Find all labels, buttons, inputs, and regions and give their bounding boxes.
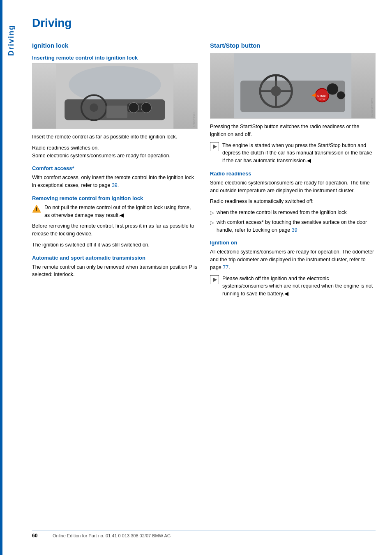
comfort-text: With comfort access, only insert the rem…: [32, 174, 198, 189]
play-icon-battery: [210, 275, 219, 284]
comfort-page-link[interactable]: 39: [112, 182, 118, 188]
subsection-comfort-title: Comfort access*: [32, 165, 198, 171]
page-number: 60: [32, 533, 44, 539]
subsection-removing-title: Removing remote control from ignition lo…: [32, 195, 198, 201]
left-column: Ignition lock Inserting remote control i…: [32, 42, 198, 518]
right-section-title: Start/Stop button: [210, 42, 376, 49]
side-tab: Driving: [2, 0, 20, 555]
svg-point-26: [337, 91, 345, 99]
inserting-text-2: Radio readiness switches on.Some electro…: [32, 144, 198, 160]
two-col-layout: Ignition lock Inserting remote control i…: [32, 42, 376, 518]
ignition-on-text: All electronic systems/consumers are rea…: [210, 248, 376, 271]
play-block-battery: Please switch off the ignition and the e…: [210, 275, 376, 298]
play-block-engine: The engine is started when you press the…: [210, 142, 376, 165]
inserting-text-1: Insert the remote control as far as poss…: [32, 133, 198, 141]
footer-text: Online Edition for Part no. 01 41 0 013 …: [53, 533, 171, 538]
removing-text-1: Before removing the remote control, firs…: [32, 222, 198, 238]
engine-start-text: The engine is started when you press the…: [222, 142, 376, 165]
removing-text-2: The ignition is switched off if it was s…: [32, 241, 198, 249]
radio-bullet-2-text: with comfort access* by touching the sen…: [217, 219, 376, 234]
play-icon-engine: [210, 142, 219, 151]
svg-marker-28: [213, 145, 217, 149]
car-image-start-stop: START STOP RA6-24559PN: [210, 53, 376, 119]
svg-rect-8: [106, 106, 127, 118]
subsection-radio-title: Radio readiness: [210, 170, 376, 177]
image-watermark-right: RA6-24559PN: [371, 98, 374, 117]
page-footer: 60 Online Edition for Part no. 01 41 0 0…: [32, 530, 376, 539]
image-watermark-left: RA6-23579: [193, 113, 196, 127]
side-tab-label: Driving: [7, 25, 16, 56]
radio-bullet-2: ▷ with comfort access* by touching the s…: [210, 219, 376, 234]
subsection-ignition-on-title: Ignition on: [210, 240, 376, 246]
bullet-arrow-1: ▷: [210, 209, 214, 217]
subsection-automatic-title: Automatic and sport automatic transmissi…: [32, 255, 198, 261]
svg-point-25: [327, 83, 339, 95]
svg-text:!: !: [36, 207, 37, 212]
locking-page-link[interactable]: 39: [292, 227, 297, 233]
warning-icon: !: [32, 204, 41, 213]
warning-text: Do not pull the remote control out of th…: [44, 204, 198, 219]
radio-auto-off: Radio readiness is automatically switche…: [210, 198, 376, 205]
bullet-arrow-2: ▷: [210, 219, 214, 234]
startstop-intro: Pressing the Start/Stop button switches …: [210, 123, 376, 138]
automatic-text: The remote control can only be removed w…: [32, 263, 198, 279]
car-image-ignition: RA6-23579: [32, 63, 198, 129]
radio-bullet-1: ▷ when the remote control is removed fro…: [210, 209, 376, 217]
svg-marker-30: [213, 278, 217, 282]
svg-point-4: [90, 104, 98, 112]
right-column: Start/Stop button: [210, 42, 376, 518]
warning-block: ! Do not pull the remote control out of …: [32, 204, 198, 219]
radio-bullet-list: ▷ when the remote control is removed fro…: [210, 209, 376, 234]
svg-text:START: START: [317, 94, 327, 98]
page-77-link[interactable]: 77: [223, 265, 228, 270]
svg-point-9: [129, 103, 138, 113]
radio-bullet-1-text: when the remote control is removed from …: [217, 209, 347, 217]
page-title: Driving: [32, 16, 376, 30]
svg-text:STOP: STOP: [319, 98, 325, 101]
svg-point-10: [141, 103, 151, 113]
svg-point-1: [69, 66, 161, 104]
subsection-inserting-title: Inserting remote control into ignition l…: [32, 55, 198, 61]
left-section-title: Ignition lock: [32, 42, 198, 49]
radio-intro: Some electronic systems/consumers are re…: [210, 179, 376, 195]
battery-save-text: Please switch off the ignition and the e…: [222, 275, 376, 298]
main-content: Driving Ignition lock Inserting remote c…: [20, 0, 392, 555]
